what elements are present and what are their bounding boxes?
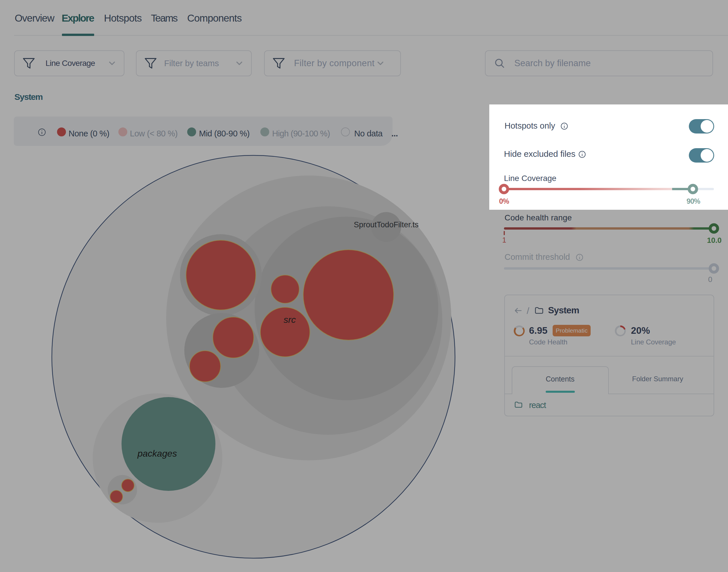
svg-text:packages: packages — [137, 448, 177, 458]
svg-text:SproutTodoFilter.ts: SproutTodoFilter.ts — [354, 220, 418, 229]
svg-text:src: src — [284, 314, 296, 325]
